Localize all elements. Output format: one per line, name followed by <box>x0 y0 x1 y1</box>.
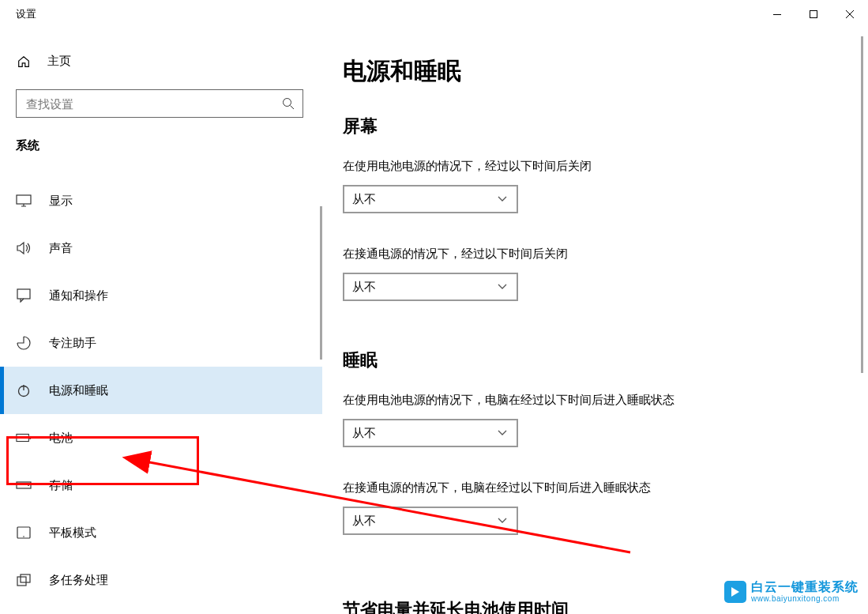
multitask-icon <box>16 572 32 588</box>
sidebar-list: 显示 声音 通知和操作 专注助手 电源和睡眠 电池 <box>0 177 322 604</box>
sidebar: 主页 系统 显示 声音 通知和操作 专注助手 <box>0 28 322 614</box>
sidebar-item-label: 电源和睡眠 <box>49 383 108 398</box>
sleep-section-title: 睡眠 <box>343 348 868 372</box>
sidebar-item-multitask[interactable]: 多任务处理 <box>0 556 322 604</box>
dropdown-value: 从不 <box>352 514 376 529</box>
sidebar-item-notifications[interactable]: 通知和操作 <box>0 272 322 319</box>
maximize-button[interactable] <box>795 2 832 27</box>
sidebar-item-battery[interactable]: 电池 <box>0 414 322 461</box>
minimize-button[interactable] <box>759 2 795 27</box>
sleep-battery-dropdown[interactable]: 从不 <box>343 419 518 447</box>
svg-rect-7 <box>29 436 31 439</box>
screen-plugged-dropdown[interactable]: 从不 <box>343 273 518 301</box>
chevron-down-icon <box>498 284 507 290</box>
sidebar-item-label: 电池 <box>49 431 73 446</box>
power-icon <box>16 382 32 398</box>
svg-rect-4 <box>17 289 30 299</box>
watermark: 白云一键重装系统 www.baiyunxitong.com <box>724 580 859 603</box>
screen-section-title: 屏幕 <box>343 115 868 138</box>
screen-battery-dropdown[interactable]: 从不 <box>343 185 518 213</box>
home-label: 主页 <box>47 54 71 69</box>
chevron-down-icon <box>498 196 507 202</box>
search-icon <box>282 97 295 110</box>
svg-rect-3 <box>17 195 31 204</box>
svg-rect-13 <box>21 574 30 582</box>
sidebar-item-label: 平板模式 <box>49 525 96 541</box>
sidebar-item-label: 多任务处理 <box>49 573 108 588</box>
sidebar-item-focus[interactable]: 专注助手 <box>0 319 322 367</box>
display-icon <box>16 193 32 209</box>
svg-rect-12 <box>17 577 26 586</box>
battery-icon <box>16 430 32 446</box>
window-controls <box>759 2 868 27</box>
sound-icon <box>16 240 32 256</box>
watermark-url: www.baiyunxitong.com <box>751 594 859 603</box>
sidebar-item-storage[interactable]: 存储 <box>0 461 322 509</box>
dropdown-value: 从不 <box>352 426 376 441</box>
sleep-battery-label: 在使用电池电源的情况下，电脑在经过以下时间后进入睡眠状态 <box>343 393 868 408</box>
sidebar-item-label: 通知和操作 <box>49 288 108 303</box>
content-scrollbar[interactable] <box>861 36 863 373</box>
sidebar-item-label: 存储 <box>49 478 73 493</box>
tablet-icon <box>16 525 32 541</box>
storage-icon <box>16 477 32 493</box>
page-title: 电源和睡眠 <box>343 55 868 88</box>
svg-point-9 <box>28 484 29 486</box>
svg-rect-1 <box>810 11 817 18</box>
dropdown-value: 从不 <box>352 280 376 295</box>
sidebar-item-display[interactable]: 显示 <box>0 177 322 224</box>
sleep-plugged-dropdown[interactable]: 从不 <box>343 507 518 535</box>
chevron-down-icon <box>498 518 507 524</box>
chevron-down-icon <box>498 430 507 436</box>
watermark-icon <box>724 581 746 603</box>
sidebar-item-tablet[interactable]: 平板模式 <box>0 509 322 556</box>
svg-point-11 <box>23 536 24 537</box>
sleep-plugged-label: 在接通电源的情况下，电脑在经过以下时间后进入睡眠状态 <box>343 480 868 495</box>
sidebar-item-label: 专注助手 <box>49 336 96 351</box>
svg-rect-0 <box>773 14 781 15</box>
home-icon <box>16 55 32 69</box>
search-field[interactable] <box>26 97 282 111</box>
watermark-title: 白云一键重装系统 <box>751 580 859 594</box>
window-title: 设置 <box>16 7 36 21</box>
sidebar-item-label: 声音 <box>49 241 73 256</box>
screen-plugged-label: 在接通电源的情况下，经过以下时间后关闭 <box>343 247 868 262</box>
category-header: 系统 <box>0 138 322 153</box>
focus-assist-icon <box>16 335 32 351</box>
screen-battery-label: 在使用电池电源的情况下，经过以下时间后关闭 <box>343 159 868 174</box>
sidebar-item-sound[interactable]: 声音 <box>0 224 322 272</box>
titlebar: 设置 <box>0 0 868 28</box>
svg-point-2 <box>284 99 291 107</box>
sidebar-item-label: 显示 <box>49 194 73 209</box>
main-content: 电源和睡眠 屏幕 在使用电池电源的情况下，经过以下时间后关闭 从不 在接通电源的… <box>322 28 868 614</box>
search-input[interactable] <box>16 89 303 118</box>
dropdown-value: 从不 <box>352 192 376 207</box>
home-link[interactable]: 主页 <box>0 47 322 75</box>
notifications-icon <box>16 288 32 303</box>
sidebar-item-power[interactable]: 电源和睡眠 <box>0 367 322 414</box>
svg-rect-6 <box>17 434 28 441</box>
close-button[interactable] <box>832 2 868 27</box>
